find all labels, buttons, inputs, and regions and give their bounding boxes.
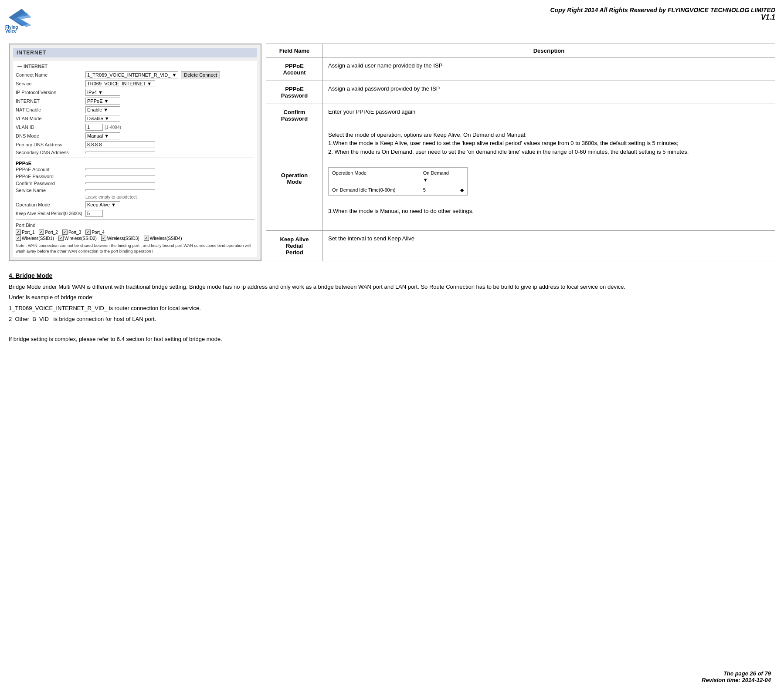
panel-title: INTERNET xyxy=(13,48,257,57)
subtable-value-op-mode: On Demand ▼ xyxy=(421,169,457,185)
table-row-keep-alive: Keep AliveRedialPeriod Set the interval … xyxy=(266,230,775,261)
form-row-vlan-mode: VLAN Mode Disable ▼ xyxy=(16,115,255,122)
label-pppoe-password: PPPoE Password xyxy=(16,174,85,179)
form-row-vlan-id: VLAN ID 1 (1-4094) xyxy=(16,124,255,131)
form-row-pppoe-password: PPPoE Password xyxy=(16,174,255,179)
main-content: INTERNET — INTERNET Connect Name 1_TR069… xyxy=(0,35,784,266)
field-name-confirm-password: ConfirmPassword xyxy=(266,104,323,127)
port-bind-row-1: ✓ Port_1 ✓ Port_2 ✓ Port_3 ✓ Port_4 xyxy=(16,230,255,235)
label-dns-mode: DNS Mode xyxy=(16,133,85,138)
subtable-arrow-op-mode xyxy=(457,169,466,185)
subtable-value-idle-time: 5 xyxy=(421,186,457,195)
input-service[interactable]: TR069_VOICE_INTERNET ▼ xyxy=(85,80,155,87)
form-row-pppoe-account: PPPoE Account xyxy=(16,167,255,172)
btn-delete-connect[interactable]: Delete Connect xyxy=(181,71,220,78)
section-4: 4. Bridge Mode Bridge Mode under Multi W… xyxy=(0,266,784,350)
label-secondary-dns: Secondary DNS Address xyxy=(16,150,85,155)
section-4-title: 4. Bridge Mode xyxy=(9,272,775,279)
form-row-dns-mode: DNS Mode Manual ▼ xyxy=(16,132,255,139)
para-example-intro: Under is example of bridge mode: xyxy=(9,293,775,302)
desc-pppoe-account: Assign a valid user name provided by the… xyxy=(323,58,775,81)
page-footer: The page 26 of 79 Revision time: 2014-12… xyxy=(702,670,771,683)
footer-revision: Revision time: 2014-12-04 xyxy=(702,677,771,683)
label-ip-protocol: IP Protocol Version xyxy=(16,90,85,95)
form-row-service: Service TR069_VOICE_INTERNET ▼ xyxy=(16,80,255,87)
table-row-pppoe-password: PPPoEPassword Assign a valid password pr… xyxy=(266,81,775,104)
label-pppoe-account: PPPoE Account xyxy=(16,167,85,172)
subtable-label-op-mode: Operation Mode xyxy=(329,169,420,185)
wireless-check-2[interactable]: ✓ Wireless(SSID2) xyxy=(58,236,97,241)
input-confirm-password[interactable] xyxy=(85,182,155,184)
field-name-pppoe-account: PPPoEAccount xyxy=(266,58,323,81)
table-row-pppoe-account: PPPoEAccount Assign a valid user name pr… xyxy=(266,58,775,81)
subtable-arrow-idle-time: ◆ xyxy=(457,186,466,195)
copyright-text: Copy Right 2014 All Rights Reserved by F… xyxy=(57,7,775,14)
internet-form: — INTERNET Connect Name 1_TR069_VOICE_IN… xyxy=(13,61,257,257)
table-row-operation-mode: OperationMode Select the mode of operati… xyxy=(266,127,775,230)
port-check-4[interactable]: ✓ Port_4 xyxy=(85,230,104,235)
wireless-check-3[interactable]: ✓ Wireless(SSID3) xyxy=(101,236,139,241)
pppoe-section-label: PPPoE xyxy=(16,161,255,166)
input-vlan-id[interactable]: 1 xyxy=(85,124,103,131)
input-service-name[interactable] xyxy=(85,189,155,191)
field-name-pppoe-password: PPPoEPassword xyxy=(266,81,323,104)
port-check-1[interactable]: ✓ Port_1 xyxy=(16,230,34,235)
port-check-3[interactable]: ✓ Port_3 xyxy=(62,230,81,235)
desc-operation-mode: Select the mode of operation, options ar… xyxy=(323,127,775,230)
form-row-service-name: Service Name xyxy=(16,188,255,193)
para-bridge-refer: If bridge setting is complex, please ref… xyxy=(9,335,775,344)
label-nat: NAT Enable xyxy=(16,107,85,112)
desc-pppoe-password: Assign a valid password provided by the … xyxy=(323,81,775,104)
input-pppoe-password[interactable] xyxy=(85,176,155,177)
input-nat[interactable]: Enable ▼ xyxy=(85,106,120,113)
note-text: Note : WAN connection can not be shared … xyxy=(16,243,255,254)
form-row-internet: INTERNET PPPoE ▼ xyxy=(16,98,255,105)
label-vlan-id: VLAN ID xyxy=(16,125,85,130)
label-service: Service xyxy=(16,81,85,86)
svg-text:Voice: Voice xyxy=(5,29,17,33)
header-copyright-area: Copy Right 2014 All Rights Reserved by F… xyxy=(57,4,775,21)
label-primary-dns: Primary DNS Address xyxy=(16,142,85,147)
input-pppoe-account[interactable] xyxy=(85,169,155,170)
input-connect-name[interactable]: 1_TR069_VOICE_INTERNET_R_VID_ ▼ xyxy=(85,71,178,78)
input-ip-protocol[interactable]: IPv4 ▼ xyxy=(85,89,120,96)
col-header-desc: Description xyxy=(323,44,775,58)
version-text: V1.1 xyxy=(57,14,775,21)
operation-mode-subtable: Operation Mode On Demand ▼ On Demand Idl… xyxy=(328,167,468,196)
port-check-2[interactable]: ✓ Port_2 xyxy=(39,230,58,235)
input-keep-alive[interactable]: 5 xyxy=(85,210,103,217)
label-keep-alive: Keep Alive Redial Period(0-3600s) xyxy=(16,211,85,216)
col-header-field: Field Name xyxy=(266,44,323,58)
label-connect-name: Connect Name xyxy=(16,72,85,78)
label-internet: INTERNET xyxy=(16,98,85,104)
input-secondary-dns[interactable] xyxy=(85,152,155,153)
input-dns-mode[interactable]: Manual ▼ xyxy=(85,132,120,139)
form-row-nat: NAT Enable Enable ▼ xyxy=(16,106,255,113)
hint-vlan-id: (1-4094) xyxy=(105,125,121,130)
port-bind-label: Port Bind xyxy=(16,223,85,228)
footer-page: The page 26 of 79 xyxy=(702,670,771,677)
logo-area: Flying Voice Voice over IP xyxy=(4,4,57,33)
subtable-label-idle-time: On Demand Idle Time(0-60m) xyxy=(329,186,420,195)
logo-image: Flying Voice Voice over IP xyxy=(4,4,48,33)
input-internet[interactable]: PPPoE ▼ xyxy=(85,98,120,105)
label-vlan-mode: VLAN Mode xyxy=(16,116,85,121)
port-bind-row-2: ✓ Wireless(SSID1) ✓ Wireless(SSID2) ✓ Wi… xyxy=(16,236,255,241)
para-example-2: 2_Other_B_VID_ is bridge connection for … xyxy=(9,315,775,324)
wireless-check-1[interactable]: ✓ Wireless(SSID1) xyxy=(16,236,54,241)
label-confirm-password: Confirm Password xyxy=(16,181,85,186)
input-vlan-mode[interactable]: Disable ▼ xyxy=(85,115,120,122)
wireless-check-4[interactable]: ✓ Wireless(SSID4) xyxy=(144,236,182,241)
description-table: Field Name Description PPPoEAccount Assi… xyxy=(266,44,775,261)
form-row-connect-name: Connect Name 1_TR069_VOICE_INTERNET_R_VI… xyxy=(16,71,255,78)
page-header: Flying Voice Voice over IP Copy Right 20… xyxy=(0,0,784,35)
form-row-primary-dns: Primary DNS Address 8.8.8.8 xyxy=(16,141,255,148)
para-bridge-intro: Bridge Mode under Multi WAN is different… xyxy=(9,283,775,292)
label-service-name: Service Name xyxy=(16,188,85,193)
form-row-confirm-password: Confirm Password xyxy=(16,181,255,186)
input-primary-dns[interactable]: 8.8.8.8 xyxy=(85,141,155,148)
service-name-hint: Leave empty to autodetect xyxy=(16,195,255,199)
input-operation-mode[interactable]: Keep Alive ▼ xyxy=(85,201,120,208)
table-row-confirm-password: ConfirmPassword Enter your PPPoE passwor… xyxy=(266,104,775,127)
section-4-body: Bridge Mode under Multi WAN is different… xyxy=(9,283,775,344)
